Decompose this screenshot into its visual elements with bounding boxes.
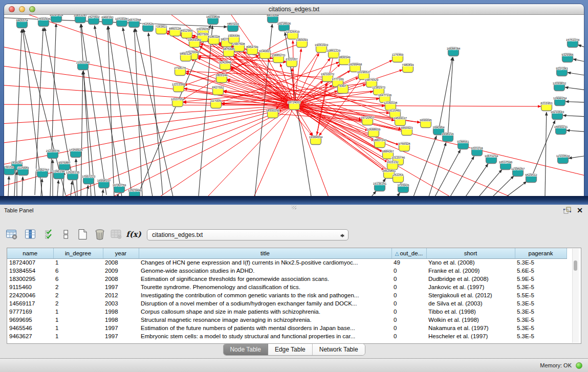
graph-node[interactable]: 19384554 — [309, 136, 323, 145]
graph-node[interactable]: 9148551 — [457, 140, 469, 149]
graph-node[interactable]: 9654923 — [401, 126, 413, 136]
graph-node[interactable]: 9890128 — [180, 52, 192, 61]
graph-node[interactable]: 9321218 — [471, 147, 483, 156]
column-header-in_degree[interactable]: in_degree — [53, 248, 103, 258]
graph-node[interactable]: 15136141 — [373, 182, 387, 191]
column-header-out_de[interactable]: △out_de... — [391, 248, 426, 258]
graph-node[interactable]: 9146821 — [259, 50, 271, 59]
graph-node[interactable]: 2803144 — [215, 74, 228, 83]
scrollbar-thumb[interactable] — [574, 260, 577, 271]
graph-node[interactable]: 16782759 — [113, 184, 126, 193]
graph-node[interactable]: 8912955 — [181, 29, 193, 38]
graph-node[interactable]: 27691406 — [37, 17, 51, 27]
new-table-button[interactable] — [75, 226, 90, 243]
graph-node[interactable]: 18300295 — [266, 109, 280, 118]
graph-node[interactable]: 12942757 — [36, 168, 50, 178]
graph-node[interactable]: 7857224 — [227, 23, 239, 32]
vertical-scrollbar[interactable] — [572, 249, 579, 343]
function-builder-button[interactable]: f(x) — [126, 226, 141, 243]
graph-node[interactable]: 16671358 — [127, 18, 141, 28]
graph-node[interactable]: 1175459 — [392, 53, 404, 62]
graph-node[interactable]: 8454749 — [246, 46, 258, 55]
graph-node[interactable]: 15693231 — [554, 125, 568, 135]
row-height-button[interactable] — [58, 226, 74, 243]
table-row[interactable]: 1830029562008Estimation of significance … — [7, 275, 567, 283]
graph-node[interactable]: 9975887 — [58, 161, 71, 170]
network-window-titlebar[interactable]: citations_edges.txt — [4, 4, 584, 15]
graph-node[interactable]: 117006 — [211, 99, 222, 108]
graph-node[interactable]: 9875685 — [223, 48, 235, 57]
graph-node[interactable]: 21053346 — [76, 61, 90, 70]
tab-edge-table[interactable]: Edge Table — [268, 344, 313, 355]
graph-node[interactable]: 12103504 — [556, 155, 570, 164]
graph-node[interactable]: 8427552 — [212, 86, 224, 95]
table-row[interactable]: 1938455462009Genome-wide association stu… — [7, 267, 567, 275]
table-source-select[interactable]: citations_edges.txt — [147, 229, 349, 240]
graph-node[interactable]: 7515526 — [142, 23, 154, 32]
close-panel-icon[interactable]: ✕ — [577, 205, 583, 215]
column-header-pagerank[interactable]: pagerank — [515, 248, 567, 258]
graph-node[interactable]: 1145194 — [53, 170, 66, 179]
minimize-window-button[interactable] — [19, 6, 25, 12]
graph-node[interactable]: 12213366 — [172, 83, 186, 92]
graph-node[interactable]: 17359928 — [69, 148, 83, 158]
graph-node[interactable]: 12093832 — [553, 82, 567, 91]
graph-node[interactable]: 9227343 — [556, 67, 568, 76]
graph-node[interactable]: 8186328 — [208, 35, 220, 45]
graph-node[interactable]: 9405574 — [16, 19, 28, 28]
graph-node[interactable]: 14569117 — [394, 117, 407, 126]
graph-node[interactable]: 39159 — [4, 166, 15, 175]
graph-node[interactable]: 10688609 — [367, 128, 381, 137]
graph-node[interactable]: 21206576 — [46, 149, 60, 159]
graph-node[interactable]: 1615132 — [386, 161, 399, 170]
table-row[interactable]: 2242004622012Investigating the contribut… — [7, 291, 567, 299]
table-row[interactable]: 911546021997Tourette syndrome. Phenomeno… — [7, 283, 567, 291]
graph-node[interactable]: 7480834 — [402, 63, 414, 73]
graph-node[interactable]: 15751074 — [566, 38, 580, 48]
delete-table-button[interactable] — [92, 226, 107, 243]
table-settings-button[interactable] — [4, 226, 19, 243]
splitter-grip-icon[interactable] — [292, 206, 296, 209]
graph-node[interactable]: 10653287 — [74, 15, 88, 23]
graph-node[interactable]: 8215953 — [540, 102, 553, 111]
graph-node[interactable]: 18724007 — [288, 101, 301, 110]
graph-node[interactable]: 16210643 — [551, 111, 564, 120]
graph-node[interactable]: 16543382 — [188, 38, 202, 48]
graph-node[interactable]: 18807243 — [373, 139, 387, 148]
graph-node[interactable]: 12345067 — [511, 167, 525, 177]
tab-network-table[interactable]: Network Table — [313, 344, 365, 355]
graph-node[interactable]: 12444154 — [553, 97, 567, 106]
select-columns-button[interactable] — [42, 226, 57, 243]
graph-node[interactable]: 7163822 — [155, 25, 167, 34]
graph-node[interactable]: 17957223 — [82, 175, 96, 184]
graph-node[interactable]: 16033809 — [206, 15, 220, 25]
graph-node[interactable]: 9242848 — [219, 61, 231, 70]
graph-node[interactable]: 16958107 — [97, 179, 111, 188]
column-header-title[interactable]: title — [139, 248, 391, 258]
tab-node-table[interactable]: Node Table — [223, 344, 268, 355]
float-panel-icon[interactable] — [563, 206, 572, 214]
graph-node[interactable]: 15720407 — [361, 116, 375, 125]
graph-node[interactable]: 8860128 — [169, 27, 181, 36]
column-header-name[interactable]: name — [7, 248, 53, 258]
table-row[interactable]: 1872400712008Changes of HCN gene express… — [7, 258, 567, 267]
graph-node[interactable]: 2967608 — [233, 42, 245, 52]
network-graph[interactable]: 9405574276914061651745310653287152760264… — [4, 15, 584, 196]
graph-node[interactable]: 6322057 — [286, 58, 298, 67]
close-window-button[interactable] — [9, 6, 15, 12]
graph-node[interactable]: 16517453 — [50, 15, 63, 23]
graph-node[interactable]: 9756928 — [398, 142, 410, 151]
table-row[interactable]: 1456911722003Disruption of a novel membe… — [7, 299, 567, 308]
graph-node[interactable]: 12923446 — [128, 189, 142, 196]
graph-node[interactable]: 1733426 — [397, 184, 409, 193]
graph-node[interactable]: 9329966 — [561, 53, 574, 62]
graph-node[interactable]: 9938216 — [442, 133, 454, 142]
table-row[interactable]: 946362711997Embryonic stem cells: a mode… — [7, 332, 567, 340]
table-row[interactable]: 977716911998Corpus callosum shape and si… — [7, 308, 567, 316]
graph-node[interactable]: 16648784 — [447, 47, 461, 56]
network-canvas[interactable]: 9405574276914061651745310653287152760264… — [4, 15, 584, 196]
graph-node[interactable]: 12505135 — [66, 171, 80, 180]
column-header-short[interactable]: short — [426, 248, 515, 258]
graph-node[interactable]: 9524512 — [525, 173, 537, 183]
graph-node[interactable]: 1115689 — [17, 166, 29, 176]
